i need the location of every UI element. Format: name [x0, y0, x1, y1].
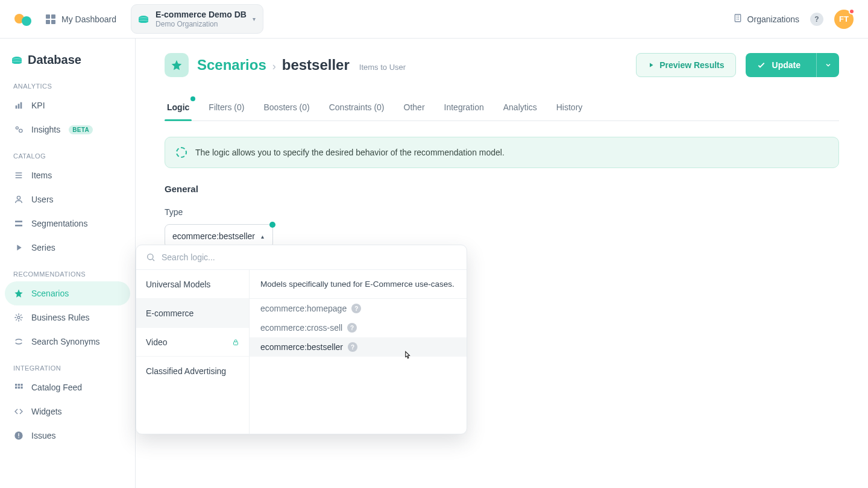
tab-analytics[interactable]: Analytics [501, 94, 539, 120]
brand-logo[interactable] [14, 13, 31, 26]
sidebar-section-analytics: ANALYTICS [5, 72, 130, 93]
my-dashboard-label: My Dashboard [61, 14, 116, 24]
sidebar-item-items[interactable]: Items [5, 163, 130, 187]
play-icon [647, 61, 655, 69]
svg-rect-2 [18, 104, 20, 108]
organizations-link[interactable]: Organizations [733, 13, 799, 25]
alert-icon [13, 431, 24, 440]
sidebar-item-insights[interactable]: Insights BETA [5, 117, 130, 142]
sidebar-item-search-synonyms[interactable]: Search Synonyms [5, 330, 130, 354]
sidebar-section-recommendations: RECOMMENDATIONS [5, 260, 130, 281]
help-icon[interactable]: ? [348, 342, 357, 352]
section-general-title: General [165, 184, 839, 194]
dropdown-category-description: Models specifically tuned for E-Commerce… [250, 270, 467, 299]
dropdown-item-homepage[interactable]: ecommerce:homepage ? [250, 299, 467, 318]
dropdown-item-crosssell[interactable]: ecommerce:cross-sell ? [250, 318, 467, 337]
user-icon [13, 195, 24, 204]
play-icon [13, 243, 24, 252]
tab-integration[interactable]: Integration [442, 94, 486, 120]
svg-rect-10 [15, 384, 17, 386]
help-icon[interactable]: ? [351, 304, 361, 313]
beta-badge: BETA [69, 125, 93, 134]
preview-results-button[interactable]: Preview Results [636, 53, 735, 77]
avatar-initials: FT [839, 14, 849, 23]
tab-boosters[interactable]: Boosters (0) [261, 94, 312, 120]
dropdown-category-classified[interactable]: Classified Advertising [136, 357, 249, 386]
notification-dot-icon [849, 8, 855, 14]
svg-point-19 [148, 254, 153, 260]
svg-rect-1 [16, 105, 17, 108]
segment-icon [13, 219, 24, 228]
info-ring-icon [176, 147, 187, 158]
dropdown-item-bestseller[interactable]: ecommerce:bestseller ? [250, 337, 467, 357]
user-avatar[interactable]: FT [834, 10, 854, 29]
svg-point-6 [17, 196, 20, 199]
svg-rect-15 [20, 387, 22, 389]
help-button[interactable]: ? [810, 13, 823, 26]
type-select-value: ecommerce:bestseller [172, 231, 255, 241]
dropdown-category-universal[interactable]: Universal Models [136, 270, 249, 299]
code-icon [13, 407, 24, 416]
dropdown-search-row [136, 245, 467, 270]
dropdown-category-ecommerce[interactable]: E-commerce [136, 299, 249, 328]
change-indicator-icon [269, 222, 275, 228]
chevron-down-icon: ▾ [253, 16, 256, 22]
main-content: Scenarios › bestseller Items to User Pre… [136, 39, 868, 488]
sidebar-item-scenarios[interactable]: Scenarios [5, 281, 130, 305]
svg-rect-17 [18, 433, 19, 436]
check-icon [756, 60, 766, 70]
dashboard-grid-icon [46, 14, 55, 24]
sidebar: Database ANALYTICS KPI Insights BETA CAT… [0, 39, 136, 488]
breadcrumb-current: bestseller [282, 57, 350, 74]
sidebar-item-business-rules[interactable]: Business Rules [5, 305, 130, 330]
organizations-label: Organizations [747, 14, 799, 24]
svg-point-9 [17, 316, 20, 319]
sidebar-title: Database [5, 48, 130, 72]
tab-other[interactable]: Other [401, 94, 427, 120]
svg-rect-18 [18, 437, 19, 438]
synonym-icon [13, 337, 24, 346]
breadcrumb-subtitle: Items to User [359, 63, 406, 72]
sidebar-item-users[interactable]: Users [5, 187, 130, 211]
sidebar-section-integration: INTEGRATION [5, 354, 130, 375]
barchart-icon [13, 101, 24, 110]
sidebar-section-catalog: CATALOG [5, 142, 130, 163]
svg-rect-12 [20, 384, 22, 386]
dropdown-search-input[interactable] [162, 252, 457, 262]
breadcrumb: Scenarios › bestseller Items to User [197, 57, 406, 74]
tab-history[interactable]: History [554, 94, 585, 120]
tab-filters[interactable]: Filters (0) [206, 94, 247, 120]
database-switcher[interactable]: E-commerce Demo DB Demo Organization ▾ [131, 4, 263, 34]
svg-rect-8 [15, 225, 22, 227]
my-dashboard-link[interactable]: My Dashboard [46, 14, 116, 24]
sidebar-item-issues[interactable]: Issues [5, 424, 130, 448]
sparkle-icon [13, 125, 24, 134]
database-icon [139, 16, 148, 23]
breadcrumb-root[interactable]: Scenarios [197, 57, 266, 74]
sidebar-item-catalog-feed[interactable]: Catalog Feed [5, 375, 130, 399]
chevron-down-icon [825, 61, 832, 69]
sidebar-item-series[interactable]: Series [5, 236, 130, 260]
type-label: Type [165, 207, 839, 217]
change-indicator-icon [190, 96, 195, 101]
database-switcher-subtitle: Demo Organization [156, 20, 247, 28]
grid-icon [13, 383, 24, 392]
chevv-right-icon: › [272, 60, 276, 73]
svg-rect-20 [234, 342, 238, 345]
update-split-toggle[interactable] [816, 53, 839, 77]
sidebar-item-widgets[interactable]: Widgets [5, 399, 130, 424]
sidebar-item-segmentations[interactable]: Segmentations [5, 211, 130, 236]
help-icon[interactable]: ? [347, 323, 357, 333]
info-banner: The logic allows you to specify the desi… [165, 137, 839, 168]
logic-type-dropdown: Universal Models E-commerce Video Classi… [136, 245, 467, 434]
svg-rect-11 [18, 384, 20, 386]
svg-point-5 [19, 129, 22, 132]
update-button[interactable]: Update [746, 53, 839, 77]
star-icon [13, 289, 24, 298]
dropdown-category-video[interactable]: Video [136, 328, 249, 357]
svg-rect-14 [18, 387, 20, 389]
tab-constraints[interactable]: Constraints (0) [327, 94, 387, 120]
info-banner-text: The logic allows you to specify the desi… [195, 148, 505, 157]
tab-logic[interactable]: Logic [165, 94, 192, 120]
sidebar-item-kpi[interactable]: KPI [5, 93, 130, 117]
